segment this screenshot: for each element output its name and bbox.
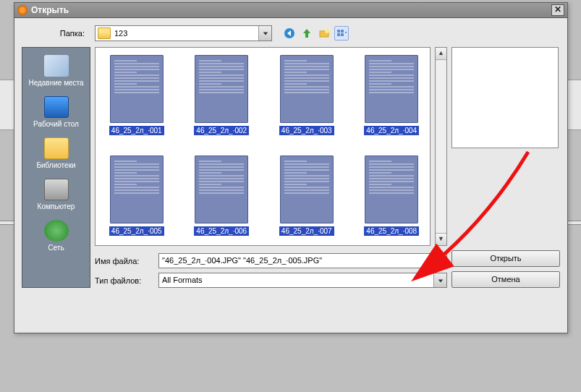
scroll-up-button[interactable]: ▲ bbox=[436, 48, 446, 60]
file-caption: 46_25_2л_·002 bbox=[194, 126, 249, 135]
svg-marker-12 bbox=[438, 279, 442, 282]
folder-combo[interactable]: 123 bbox=[95, 25, 272, 41]
file-thumb[interactable]: 46_25_2л_·002 bbox=[187, 55, 258, 135]
filetype-dropdown[interactable] bbox=[433, 273, 446, 287]
dialog-body: Недавние места Рабочий стол Библиотеки К… bbox=[14, 47, 567, 292]
file-thumb[interactable]: 46_25_2л_·006 bbox=[187, 155, 258, 236]
svg-marker-3 bbox=[303, 29, 310, 38]
thumbnail-icon bbox=[365, 55, 418, 123]
file-thumb[interactable]: 46_25_2л_·001 bbox=[101, 55, 172, 135]
file-caption: 46_25_2л_·007 bbox=[279, 226, 334, 236]
folder-toolbar: Папка: 123 bbox=[14, 18, 567, 47]
svg-rect-7 bbox=[341, 30, 344, 33]
place-recent[interactable]: Недавние места bbox=[24, 52, 88, 93]
recent-icon bbox=[44, 55, 69, 77]
file-caption: 46_25_2л_·003 bbox=[279, 126, 334, 135]
thumbnail-icon bbox=[195, 155, 248, 223]
filetype-label: Тип файлов: bbox=[95, 276, 153, 285]
preview-pane bbox=[451, 47, 559, 148]
nav-icons bbox=[282, 26, 349, 41]
up-icon[interactable] bbox=[300, 26, 314, 41]
svg-marker-10 bbox=[345, 32, 347, 33]
thumbnail-icon bbox=[280, 155, 334, 223]
filename-combo[interactable]: "46_25_2л_·004.JPG" "46_25_2л_·005.JPG" bbox=[158, 253, 447, 268]
file-area: 46_25_2л_·00146_25_2л_·00246_25_2л_·0034… bbox=[95, 47, 447, 288]
places-bar: Недавние места Рабочий стол Библиотеки К… bbox=[22, 47, 90, 288]
file-list[interactable]: 46_25_2л_·00146_25_2л_·00246_25_2л_·0034… bbox=[95, 47, 431, 246]
new-folder-icon[interactable] bbox=[317, 26, 331, 41]
libraries-icon bbox=[44, 137, 69, 159]
thumbnail-icon bbox=[280, 55, 334, 123]
place-libraries[interactable]: Библиотеки bbox=[24, 135, 88, 176]
file-caption: 46_25_2л_·001 bbox=[109, 126, 164, 135]
network-icon bbox=[44, 220, 69, 242]
titlebar: Открыть ✕ bbox=[14, 3, 567, 18]
folder-label: Папка: bbox=[22, 29, 90, 38]
place-label: Недавние места bbox=[28, 79, 83, 87]
window-title: Открыть bbox=[31, 5, 69, 15]
file-thumb[interactable]: 46_25_2л_·005 bbox=[101, 155, 172, 236]
file-caption: 46_25_2л_·005 bbox=[109, 226, 164, 236]
view-menu-icon[interactable] bbox=[334, 26, 349, 41]
svg-rect-9 bbox=[341, 33, 344, 36]
scroll-down-button[interactable]: ▼ bbox=[436, 233, 446, 245]
place-network[interactable]: Сеть bbox=[24, 217, 88, 258]
file-thumb[interactable]: 46_25_2л_·004 bbox=[357, 55, 428, 135]
thumbnail-icon bbox=[365, 155, 418, 223]
filename-dropdown[interactable] bbox=[433, 254, 446, 268]
filetype-combo[interactable]: All Formats bbox=[158, 273, 447, 288]
file-thumb[interactable]: 46_25_2л_·008 bbox=[357, 155, 428, 236]
filename-label: Имя файла: bbox=[95, 257, 153, 265]
place-label: Сеть bbox=[48, 244, 64, 252]
svg-point-5 bbox=[325, 29, 329, 33]
open-button[interactable]: Открыть bbox=[451, 250, 560, 267]
right-column: Открыть Отмена bbox=[451, 47, 560, 288]
filename-value: "46_25_2л_·004.JPG" "46_25_2л_·005.JPG" bbox=[159, 254, 433, 268]
svg-rect-8 bbox=[337, 33, 340, 36]
vertical-scrollbar[interactable]: ▲ ▼ bbox=[435, 47, 447, 246]
file-thumb[interactable]: 46_25_2л_·007 bbox=[271, 155, 342, 236]
svg-marker-11 bbox=[438, 260, 442, 263]
filetype-value: All Formats bbox=[159, 273, 433, 287]
place-label: Библиотеки bbox=[36, 161, 75, 169]
desktop-icon bbox=[44, 96, 69, 118]
place-label: Компьютер bbox=[38, 203, 75, 210]
place-label: Рабочий стол bbox=[33, 120, 79, 128]
place-computer[interactable]: Компьютер bbox=[24, 176, 88, 217]
folder-value: 123 bbox=[113, 26, 258, 41]
input-rows: Имя файла: "46_25_2л_·004.JPG" "46_25_2л… bbox=[95, 252, 447, 288]
svg-marker-0 bbox=[263, 32, 267, 35]
file-caption: 46_25_2л_·004 bbox=[364, 126, 419, 135]
file-caption: 46_25_2л_·008 bbox=[364, 226, 419, 236]
thumbnail-icon bbox=[110, 55, 164, 123]
computer-icon bbox=[44, 179, 69, 200]
thumbnail-icon bbox=[195, 55, 248, 123]
open-file-dialog: Открыть ✕ Папка: 123 bbox=[14, 2, 568, 333]
close-button[interactable]: ✕ bbox=[551, 4, 564, 16]
folder-dropdown[interactable] bbox=[258, 26, 271, 41]
folder-icon bbox=[98, 27, 111, 39]
app-icon bbox=[17, 5, 27, 15]
cancel-button[interactable]: Отмена bbox=[451, 271, 560, 288]
file-caption: 46_25_2л_·006 bbox=[194, 226, 249, 236]
back-icon[interactable] bbox=[282, 26, 297, 41]
place-desktop[interactable]: Рабочий стол bbox=[24, 93, 88, 135]
svg-rect-6 bbox=[337, 30, 340, 33]
file-thumb[interactable]: 46_25_2л_·003 bbox=[271, 55, 342, 135]
thumbnail-icon bbox=[110, 155, 164, 223]
